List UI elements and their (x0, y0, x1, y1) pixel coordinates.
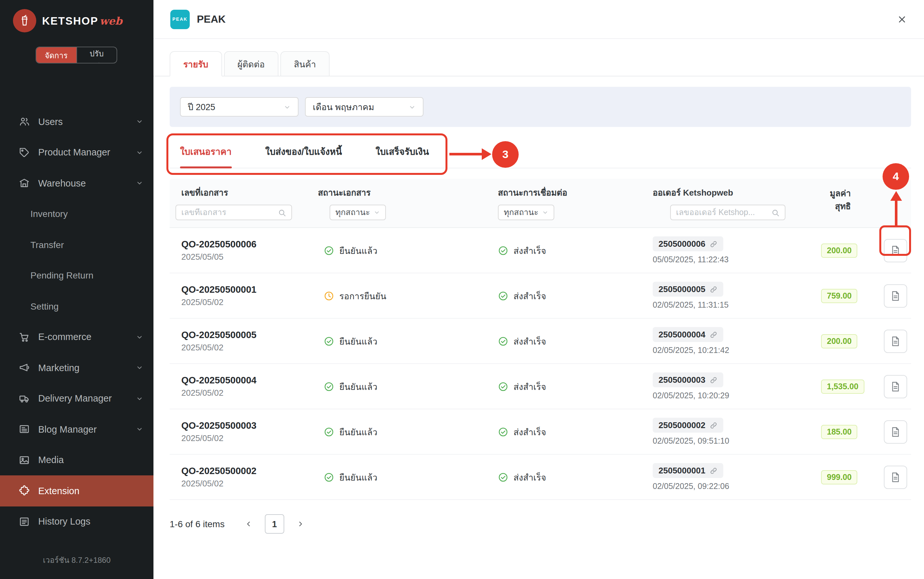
sidebar-item-users[interactable]: Users (0, 106, 153, 137)
check-circle-icon (498, 291, 508, 301)
next-page-button[interactable] (291, 514, 310, 534)
close-icon (897, 14, 907, 24)
chevron-down-icon (374, 209, 380, 216)
view-document-button[interactable] (884, 465, 907, 489)
cart-icon (19, 332, 30, 343)
link-icon (710, 376, 718, 384)
search-icon (771, 208, 780, 217)
check-circle-icon (324, 336, 334, 346)
blog-icon (19, 424, 30, 435)
order-link[interactable]: 2505000006 (653, 236, 723, 251)
order-search-input[interactable] (676, 208, 771, 217)
doc-no-search-input[interactable] (181, 208, 278, 217)
prev-page-button[interactable] (239, 514, 258, 534)
close-button[interactable] (897, 14, 907, 24)
table-header: เลขที่เอกสาร สถานะเอกสาร ทุกสถานะ สถานะก… (170, 179, 911, 228)
connection-status-select[interactable]: ทุกสถานะ (498, 204, 555, 220)
document-number: QO-20250500002 (181, 466, 318, 476)
view-document-button[interactable] (884, 329, 907, 353)
extension-icon (19, 486, 30, 496)
sidebar-item-e-commerce[interactable]: E-commerce (0, 322, 153, 352)
tab-delivery-invoice[interactable]: ใบส่งของ/ใบแจ้งหนี้ (265, 135, 342, 168)
sidebar-item-delivery-manager[interactable]: Delivery Manager (0, 383, 153, 414)
order-link[interactable]: 2505000004 (653, 327, 723, 342)
month-select[interactable]: เดือน พฤษภาคม (305, 97, 423, 116)
document-date: 2025/05/02 (181, 433, 318, 443)
sidebar: KETSHOPweb จัดการ ปรับแต่ง Users (0, 0, 153, 579)
version-label: เวอร์ชัน 8.7.2+1860 (0, 545, 153, 579)
check-circle-icon (498, 381, 508, 391)
doc-status: ยืนยันแล้ว (324, 470, 498, 484)
manage-mode-button[interactable]: จัดการ (36, 47, 76, 63)
document-date: 2025/05/02 (181, 343, 318, 352)
sidebar-item-transfer[interactable]: Transfer (0, 229, 153, 260)
sidebar-item-extension[interactable]: Extension (0, 475, 153, 506)
tab-receipt[interactable]: ใบเสร็จรับเงิน (375, 135, 429, 168)
sidebar-menu: Users Product Manager Warehouse Inventor… (0, 79, 153, 545)
page-1-button[interactable]: 1 (265, 514, 284, 534)
mode-switch: จัดการ ปรับแต่ง (36, 47, 117, 64)
sidebar-item-partial-wrap (0, 79, 153, 106)
view-document-button[interactable] (884, 239, 907, 262)
connection-status: ส่งสำเร็จ (498, 470, 653, 484)
sidebar-item-partial[interactable] (0, 79, 153, 88)
view-document-button[interactable] (884, 420, 907, 443)
view-document-button[interactable] (884, 375, 907, 398)
sidebar-item-media[interactable]: Media (0, 445, 153, 475)
sidebar-item-history-logs[interactable]: History Logs (0, 506, 153, 537)
doc-status-select-value: ทุกสถานะ (335, 206, 370, 219)
sidebar-item-pending-return[interactable]: Pending Return (0, 260, 153, 291)
ketshop-cup-icon (13, 9, 36, 33)
sidebar-item-product-manager[interactable]: Product Manager (0, 137, 153, 168)
col-doc-status: สถานะเอกสาร (318, 186, 498, 200)
brand-logo[interactable]: KETSHOPweb (0, 0, 153, 35)
chevron-down-icon (136, 180, 143, 187)
document-number: QO-20250500006 (181, 239, 318, 249)
order-link[interactable]: 2505000005 (653, 282, 723, 297)
sidebar-item-blog-manager[interactable]: Blog Manager (0, 414, 153, 445)
connection-status: ส่งสำเร็จ (498, 288, 653, 303)
media-icon (19, 455, 30, 466)
check-circle-icon (498, 427, 508, 437)
pagination-summary: 1-6 of 6 items (170, 519, 225, 529)
sidebar-item-setting-cms[interactable]: Setting CMS (0, 537, 153, 545)
tab-income[interactable]: รายรับ (170, 51, 222, 77)
tab-quotation[interactable]: ใบเสนอราคา (180, 135, 232, 168)
sidebar-item-setting[interactable]: Setting (0, 291, 153, 322)
year-select[interactable]: ปี 2025 (180, 97, 299, 116)
order-link[interactable]: 2505000001 (653, 463, 723, 478)
net-amount-badge: 200.00 (821, 243, 857, 257)
peak-panel: PEAK PEAK รายรับ ผู้ติดต่อ สินค้า ปี 202… (153, 0, 924, 579)
view-document-button[interactable] (884, 284, 907, 307)
order-link[interactable]: 2505000003 (653, 372, 723, 387)
sidebar-item-marketing[interactable]: Marketing (0, 352, 153, 383)
sidebar-item-inventory[interactable]: Inventory (0, 198, 153, 229)
page-title: PEAK (197, 13, 226, 25)
document-number: QO-20250500003 (181, 420, 318, 431)
document-date: 2025/05/02 (181, 388, 318, 397)
customize-mode-button[interactable]: ปรับแต่ง (76, 47, 116, 63)
document-number: QO-20250500005 (181, 330, 318, 340)
chevron-down-icon (136, 334, 143, 341)
table-row: QO-20250500002 2025/05/02 ยืนยันแล้ว ส่ง… (170, 455, 911, 500)
table-row: QO-20250500003 2025/05/02 ยืนยันแล้ว ส่ง… (170, 409, 911, 455)
connection-status: ส่งสำเร็จ (498, 425, 653, 439)
tab-products[interactable]: สินค้า (280, 51, 330, 77)
check-circle-icon (324, 472, 334, 482)
doc-no-search[interactable] (175, 204, 292, 220)
document-number: QO-20250500001 (181, 284, 318, 295)
history-icon (19, 516, 30, 527)
doc-status-select[interactable]: ทุกสถานะ (330, 204, 386, 220)
document-date: 2025/05/05 (181, 252, 318, 262)
clock-icon (324, 291, 334, 301)
sidebar-item-warehouse[interactable]: Warehouse (0, 168, 153, 198)
order-search[interactable] (670, 204, 785, 220)
tab-contacts[interactable]: ผู้ติดต่อ (224, 51, 278, 77)
col-net-value: มูลค่า สุทธิ (821, 187, 860, 213)
chevron-down-icon (136, 395, 143, 402)
warehouse-icon (19, 178, 30, 189)
chevron-down-icon (136, 364, 143, 371)
month-select-value: เดือน พฤษภาคม (313, 100, 374, 114)
order-link[interactable]: 2505000002 (653, 418, 723, 433)
chevron-down-icon (136, 426, 143, 433)
